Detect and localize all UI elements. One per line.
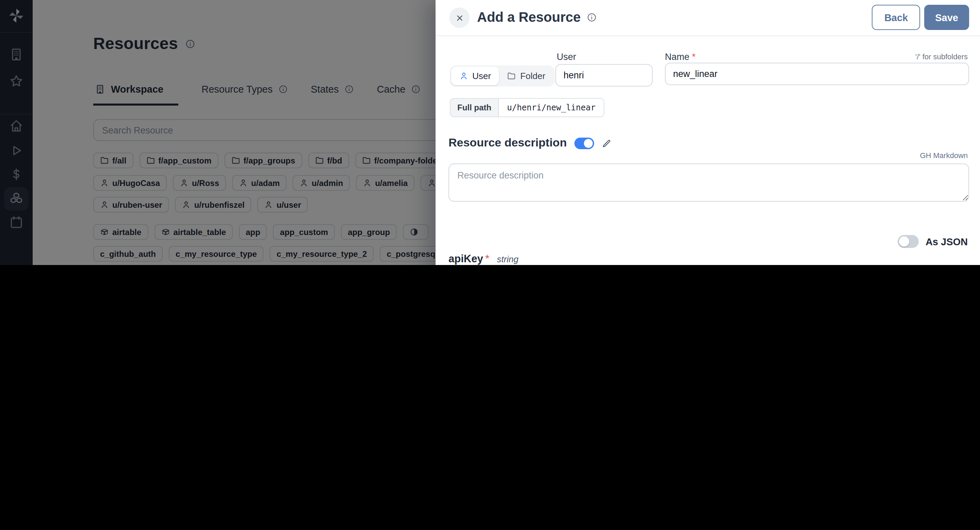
apikey-field-name: apiKey [449,253,483,265]
full-path-label: Full path [450,99,499,117]
folder-icon [508,72,516,80]
apikey-field-type: string [497,254,519,264]
full-path: Full path u/henri/new_linear [450,98,605,117]
required-asterisk: * [692,52,696,62]
description-toggle[interactable] [574,137,594,149]
full-path-value: u/henri/new_linear [499,99,604,117]
drawer-header: Add a Resource Back Save [436,0,980,36]
app-root: Resources Workspace Resource Types State… [0,0,980,265]
owner-kind-toggle: User Folder [450,65,555,86]
as-json-label: As JSON [926,236,968,247]
resource-description-heading: Resource description [449,136,567,150]
user-field-label: User [557,52,576,62]
owner-folder-segment[interactable]: Folder [499,67,554,85]
back-button[interactable]: Back [872,5,920,30]
subfolder-hint: '/' for subfolders [915,53,968,61]
drawer-title: Add a Resource [477,10,581,25]
name-field-label: Name * [665,52,695,62]
name-field[interactable] [665,63,969,85]
add-resource-drawer: Add a Resource Back Save User Folder Use… [436,0,980,265]
description-textarea[interactable] [449,163,969,202]
as-json-toggle[interactable] [898,235,919,248]
drawer-backdrop[interactable] [0,0,436,265]
pencil-icon[interactable] [601,138,612,148]
user-field[interactable] [555,64,653,86]
owner-user-segment[interactable]: User [451,67,499,85]
required-asterisk: * [485,253,489,265]
drawer-title-info-icon[interactable] [587,12,597,22]
person-icon [460,72,468,80]
gh-markdown-hint: GH Markdown [920,151,968,160]
close-icon[interactable] [449,8,469,28]
save-button[interactable]: Save [924,5,969,30]
